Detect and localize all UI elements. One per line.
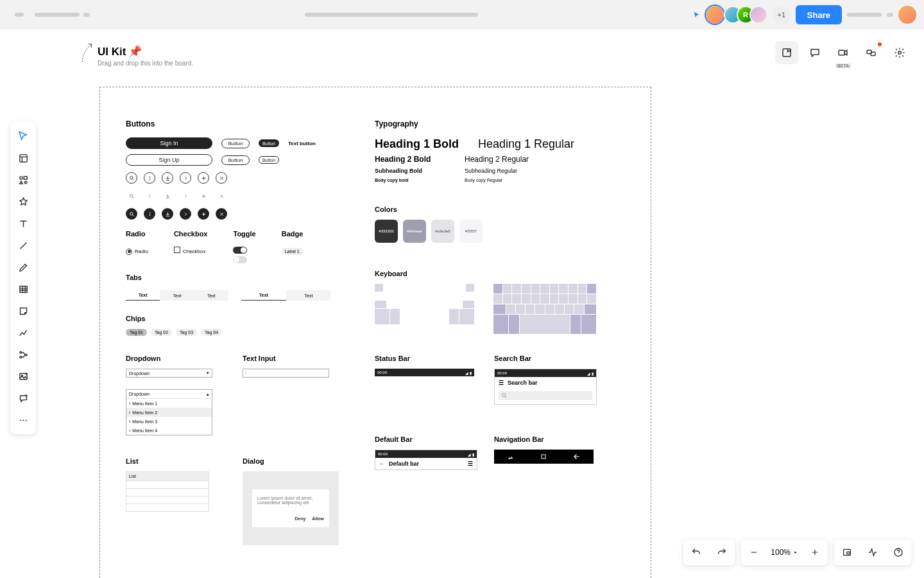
close-icon[interactable]	[216, 172, 227, 184]
close-icon[interactable]	[216, 208, 227, 220]
dropdown-item[interactable]: ›Menu Item 1	[126, 399, 212, 408]
list-item[interactable]	[126, 488, 209, 496]
account-avatar[interactable]	[898, 6, 916, 24]
download-icon[interactable]	[162, 208, 173, 220]
more-vert-icon[interactable]	[144, 208, 155, 220]
help-button[interactable]	[886, 539, 911, 565]
comments-button[interactable]	[803, 41, 826, 64]
canvas[interactable]: UI Kit 📌 Drag and drop this into the boa…	[83, 45, 193, 67]
search-icon[interactable]	[126, 172, 137, 184]
chevron-right-icon[interactable]	[180, 208, 191, 220]
zoom-level[interactable]: 100%	[767, 548, 802, 557]
list-item[interactable]	[126, 480, 209, 488]
chevron-right-icon[interactable]	[180, 190, 191, 202]
select-tool[interactable]	[13, 126, 33, 146]
radio-input[interactable]	[126, 249, 132, 255]
presence-avatar-group[interactable]: R	[729, 6, 767, 24]
board-title-placeholder[interactable]	[305, 13, 478, 17]
frame-title[interactable]: UI Kit 📌	[98, 45, 193, 58]
chevron-right-icon[interactable]	[180, 172, 191, 184]
search-icon[interactable]	[126, 208, 137, 220]
chart-tool[interactable]	[13, 322, 33, 343]
chip[interactable]: Tag 02	[151, 329, 172, 336]
undo-button[interactable]	[683, 539, 709, 565]
presence-avatar[interactable]	[749, 6, 767, 24]
back-icon[interactable]: ←	[379, 460, 385, 467]
button-small-fill[interactable]: Button	[259, 139, 279, 147]
toolbar-placeholder[interactable]	[847, 13, 882, 17]
button-outline[interactable]: Button	[221, 139, 250, 148]
app-menu-button[interactable]	[8, 3, 31, 26]
tab[interactable]: Text	[194, 290, 228, 301]
download-icon[interactable]	[162, 190, 173, 202]
minimap-button[interactable]	[834, 539, 860, 565]
close-icon[interactable]	[216, 190, 227, 202]
video-call-button[interactable]: BETA	[832, 41, 855, 64]
templates-tool[interactable]	[13, 148, 33, 168]
plus-icon[interactable]	[198, 208, 209, 220]
pen-tool[interactable]	[13, 257, 33, 277]
settings-button[interactable]	[888, 41, 911, 64]
color-swatch[interactable]: #333333	[375, 220, 398, 243]
sticky-note-tool[interactable]	[13, 301, 33, 321]
dialog-allow-button[interactable]: Allow	[312, 516, 324, 521]
zoom-in-button[interactable]	[802, 539, 828, 565]
text-tool[interactable]	[13, 213, 33, 234]
search-input[interactable]	[499, 391, 592, 400]
mindmap-tool[interactable]	[13, 344, 33, 365]
dropdown-item[interactable]: ›Menu Item 3	[126, 417, 212, 426]
share-button[interactable]: Share	[796, 5, 842, 24]
color-swatch[interactable]: #f5f5f7	[459, 220, 483, 243]
dropdown-item[interactable]: ›Menu Item 2	[126, 408, 212, 417]
table-tool[interactable]	[13, 279, 33, 299]
menu-icon[interactable]: ☰	[499, 380, 504, 386]
nav-back-icon[interactable]	[572, 452, 581, 461]
stickers-tool[interactable]	[13, 191, 33, 212]
toggle-on[interactable]	[233, 247, 247, 254]
more-tools[interactable]	[13, 410, 33, 430]
list-item[interactable]	[126, 496, 209, 504]
zoom-out-button[interactable]	[741, 539, 767, 565]
comment-tool[interactable]	[13, 388, 33, 408]
checkbox-input[interactable]	[174, 247, 180, 253]
tab[interactable]: Text	[160, 290, 194, 301]
reactions-button[interactable]	[860, 41, 883, 64]
plus-icon[interactable]	[198, 190, 209, 202]
plus-icon[interactable]	[198, 172, 209, 184]
chip[interactable]: Tag 01	[126, 329, 147, 336]
more-vert-icon[interactable]	[144, 190, 155, 202]
toggle-off[interactable]	[233, 256, 247, 263]
tab[interactable]: Text	[126, 290, 160, 301]
dialog-deny-button[interactable]: Deny	[295, 516, 305, 521]
shapes-tool[interactable]	[13, 170, 33, 190]
redo-button[interactable]	[709, 539, 735, 565]
button-outline-2[interactable]: Button	[221, 155, 250, 165]
image-tool[interactable]	[13, 366, 33, 387]
menu-icon[interactable]: ☰	[468, 460, 473, 467]
toolbar-placeholder-2[interactable]	[887, 13, 893, 17]
nav-home-icon[interactable]	[540, 453, 547, 460]
sign-up-button[interactable]: Sign Up	[126, 154, 212, 166]
tab[interactable]: Text	[286, 290, 331, 301]
more-vert-icon[interactable]	[144, 172, 155, 184]
color-swatch[interactable]: #e3e3e8	[431, 220, 454, 243]
nav-recent-icon[interactable]	[506, 452, 515, 461]
notes-button[interactable]	[775, 41, 798, 64]
list-item[interactable]	[126, 504, 209, 511]
button-small-outline[interactable]: Button	[259, 156, 279, 164]
activity-button[interactable]	[860, 539, 886, 565]
chip[interactable]: Tag 03	[176, 329, 197, 336]
search-icon[interactable]	[126, 190, 137, 202]
text-input[interactable]: |	[243, 369, 329, 378]
dropdown-closed[interactable]: Dropdown▾	[126, 369, 212, 378]
download-icon[interactable]	[162, 172, 173, 184]
tab[interactable]: Text	[241, 290, 286, 301]
chip[interactable]: Tag 04	[201, 329, 222, 336]
text-button[interactable]: Text button	[288, 141, 316, 146]
presence-avatar-self[interactable]	[706, 6, 724, 24]
sign-in-button[interactable]: Sign In	[126, 137, 212, 149]
dropdown-open[interactable]: Dropdown▴ ›Menu Item 1 ›Menu Item 2 ›Men…	[126, 389, 212, 435]
line-tool[interactable]	[13, 235, 33, 256]
color-swatch[interactable]: #9e9eae	[403, 220, 426, 243]
dropdown-item[interactable]: ›Menu Item 4	[126, 426, 212, 435]
